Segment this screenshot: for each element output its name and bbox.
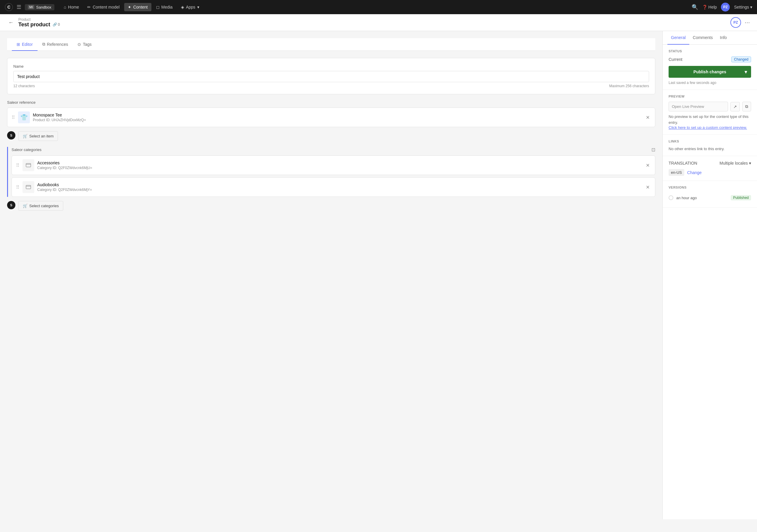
menu-icon[interactable]: ☰ <box>16 4 21 10</box>
sandbox-mi-badge: MI <box>28 5 34 9</box>
preview-info-text: No preview is set up for the content typ… <box>669 114 751 125</box>
references-tab-icon: ⧉ <box>42 42 45 47</box>
sandbox-label: Sandbox <box>36 5 51 10</box>
publish-button[interactable]: Publish changes ▾ <box>669 66 751 78</box>
right-tab-general[interactable]: General <box>667 31 689 44</box>
categories-label: Saleor categories <box>12 147 42 152</box>
links-section-title: LINKS <box>669 139 751 143</box>
topbar-right: 🔍 ❓ Help PZ Settings ▾ <box>692 3 752 12</box>
version-radio[interactable] <box>669 195 673 200</box>
locale-badge: en-US <box>669 169 684 176</box>
char-count-max: Maximum 256 characters <box>609 84 649 88</box>
search-button[interactable]: 🔍 <box>692 4 698 10</box>
select-categories-button[interactable]: 🛒 Select categories <box>18 201 63 211</box>
sandbox-selector[interactable]: MI Sandbox <box>25 4 54 10</box>
preview-row: Open Live Preview ↗ ⧉ <box>669 102 751 111</box>
svg-rect-4 <box>26 185 31 189</box>
remove-accessories-button[interactable]: ✕ <box>645 162 651 169</box>
nav-item-home[interactable]: ⌂ Home <box>60 3 83 11</box>
settings-chevron-icon: ▾ <box>750 5 752 10</box>
status-row: Current Changed <box>669 56 751 62</box>
category-item-audiobooks: ⠿ Audiobooks Category ID: Q2F0ZWdvcnk6Mj… <box>12 177 655 197</box>
links-info-text: No other entries link to this entry. <box>669 147 751 151</box>
status-badge: Changed <box>731 56 751 62</box>
more-options-button[interactable]: ⋯ <box>744 19 750 26</box>
drag-handle-accessories-icon[interactable]: ⠿ <box>16 163 19 168</box>
status-section-title: STATUS <box>669 49 751 53</box>
locale-row: en-US Change <box>669 169 751 176</box>
right-tab-comments[interactable]: Comments <box>689 31 716 44</box>
user-avatar[interactable]: PZ <box>721 3 730 12</box>
saleor-ref-label: Saleor reference <box>7 100 655 104</box>
product-thumbnail: 👕 <box>18 111 30 123</box>
help-icon: ❓ <box>702 5 707 10</box>
nav-item-media[interactable]: ◻ Media <box>153 3 176 11</box>
right-tabs: General Comments Info <box>663 31 757 44</box>
accessories-thumbnail <box>22 159 34 171</box>
remove-ref-button[interactable]: ✕ <box>645 113 651 122</box>
tab-references[interactable]: ⧉ References <box>38 38 73 51</box>
categories-cart-icon: 🛒 <box>23 204 27 208</box>
preview-copy-button[interactable]: ⧉ <box>742 102 751 111</box>
remove-audiobooks-button[interactable]: ✕ <box>645 183 651 191</box>
tab-editor[interactable]: ⊞ Editor <box>12 39 38 51</box>
name-input[interactable] <box>13 71 649 82</box>
nav-item-content[interactable]: ✦ Content <box>124 3 151 11</box>
right-tab-info[interactable]: Info <box>716 31 730 44</box>
audiobooks-thumbnail <box>22 181 34 193</box>
status-section: STATUS Current Changed Publish changes ▾… <box>663 44 757 90</box>
cart-icon: 🛒 <box>23 134 27 138</box>
apps-chevron-icon: ▾ <box>197 5 199 10</box>
links-section: LINKS No other entries link to this entr… <box>663 135 757 156</box>
breadcrumb: Product <box>18 17 727 21</box>
apps-icon: ◈ <box>181 5 184 10</box>
titlebar-info: Product Test product 🔗 0 <box>18 17 727 28</box>
translation-section: TRANSLATION Multiple locales ▾ en-US Cha… <box>663 156 757 181</box>
translation-value: Multiple locales ▾ <box>719 161 751 165</box>
version-time: an hour ago <box>676 196 697 200</box>
saleor-icon: S <box>7 131 15 139</box>
select-item-button[interactable]: 🛒 Select an item <box>18 131 58 141</box>
categories-expand-button[interactable]: ⊡ <box>651 147 655 153</box>
nav-item-content-model[interactable]: ✏ Content model <box>84 3 123 11</box>
version-left: an hour ago <box>669 195 697 200</box>
translation-row: TRANSLATION Multiple locales ▾ <box>669 161 751 165</box>
link-icon: 🔗 <box>53 22 57 27</box>
nav-item-apps[interactable]: ◈ Apps ▾ <box>177 3 203 11</box>
preview-setup-link[interactable]: Click here to set up a custom content pr… <box>669 125 751 130</box>
categories-section: Saleor categories ⊡ ⠿ Accessories Catego… <box>7 147 655 211</box>
category-audiobooks-name: Audiobooks <box>37 182 642 187</box>
drag-handle-icon[interactable]: ⠿ <box>12 115 15 120</box>
settings-menu[interactable]: Settings ▾ <box>734 5 752 10</box>
category-accessories-info: Accessories Category ID: Q2F0ZWdvcnk6MjU… <box>37 161 642 170</box>
preview-input[interactable]: Open Live Preview <box>669 102 728 111</box>
right-pane: General Comments Info STATUS Current Cha… <box>662 31 757 519</box>
back-button[interactable]: ← <box>7 18 15 27</box>
preview-section: PREVIEW Open Live Preview ↗ ⧉ No preview… <box>663 90 757 135</box>
char-count: 12 characters Maximum 256 characters <box>13 84 649 88</box>
saleor-reference-section: Saleor reference ⠿ 👕 Monospace Tee Produ… <box>7 100 655 141</box>
editor-tabs: ⊞ Editor ⧉ References ⊙ Tags <box>7 38 655 51</box>
link-count-badge[interactable]: 🔗 0 <box>53 22 60 27</box>
char-count-current: 12 characters <box>13 84 35 88</box>
category-audiobooks-id: Category ID: Q2F0ZWdvcnk6MjY= <box>37 188 642 192</box>
copy-icon: ⧉ <box>745 104 748 109</box>
category-item-accessories: ⠿ Accessories Category ID: Q2F0ZWdvcnk6M… <box>12 156 655 175</box>
drag-handle-audiobooks-icon[interactable]: ⠿ <box>16 185 19 190</box>
saleor-categories-icon: S <box>7 201 15 209</box>
topbar: C ☰ MI Sandbox ⌂ Home ✏ Content model ✦ … <box>0 0 757 14</box>
tab-tags[interactable]: ⊙ Tags <box>73 39 96 51</box>
preview-open-button[interactable]: ↗ <box>730 102 740 111</box>
page-title: Test product 🔗 0 <box>18 21 727 28</box>
home-icon: ⌂ <box>64 5 66 10</box>
change-locale-link[interactable]: Change <box>687 170 702 175</box>
help-button[interactable]: ❓ Help <box>702 5 717 10</box>
ref-info: Monospace Tee Product ID: UHJvZHVjdDoxMz… <box>33 113 642 122</box>
translation-chevron-icon: ▾ <box>749 161 751 165</box>
entry-avatar[interactable]: PZ <box>730 17 741 28</box>
titlebar: ← Product Test product 🔗 0 PZ ⋯ <box>0 14 757 31</box>
logo[interactable]: C <box>5 3 13 11</box>
svg-rect-2 <box>26 163 31 167</box>
publish-chevron-icon: ▾ <box>744 69 747 75</box>
left-pane: ⊞ Editor ⧉ References ⊙ Tags Name 12 cha… <box>0 31 662 519</box>
